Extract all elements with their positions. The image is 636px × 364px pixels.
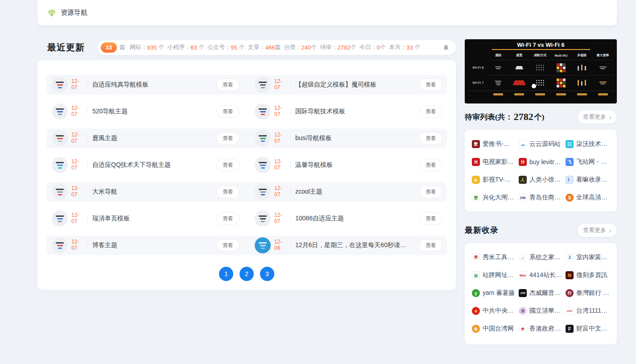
- site-link[interactable]: ZW 青岛住商…: [519, 189, 563, 207]
- site-link[interactable]: 飞 飞站网 - …: [566, 153, 610, 171]
- site-link[interactable]: 人 人类小徐…: [519, 171, 563, 189]
- site-link[interactable]: 口 柒沃技术…: [566, 135, 610, 153]
- site-link-label: 台湾1111…: [576, 307, 607, 315]
- site-link-label: 影视TV-…: [483, 176, 511, 184]
- chevron-right-icon: ›: [609, 227, 611, 234]
- latest-more-button[interactable]: 查看更多›: [578, 224, 617, 237]
- view-button[interactable]: 查看: [419, 79, 442, 91]
- site-link[interactable]: 台 中国台湾网: [472, 320, 516, 338]
- pending-more-button[interactable]: 查看更多›: [578, 111, 617, 124]
- count-badge: 33: [101, 42, 117, 53]
- list-item[interactable]: 12-07 瑞清单页模板 查看: [46, 209, 244, 228]
- item-title: 国际导航技术模板: [295, 108, 416, 116]
- divider: [87, 215, 88, 222]
- wifi-banner[interactable]: Wi-Fi 7 vs Wi-Fi 6 频段频宽调制方式Multi-RU多链路最大…: [465, 39, 617, 103]
- site-link[interactable]: ☁ 云云源码站: [519, 135, 563, 153]
- site-link[interactable]: 行 臺灣銀行 …: [566, 284, 610, 302]
- view-button[interactable]: 查看: [216, 239, 240, 252]
- page-button[interactable]: 2: [240, 267, 254, 281]
- view-button[interactable]: 查看: [216, 79, 240, 91]
- site-link-label: 爱推书-…: [483, 140, 510, 148]
- site-link[interactable]: JVR 杰威爾音…: [519, 284, 563, 302]
- site-link[interactable]: H 电视家影…: [472, 153, 516, 171]
- list-item[interactable]: 12-07 博客主题 查看: [46, 236, 244, 255]
- wifi-table-header: 频段频宽调制方式Multi-RU多链路最大速率: [468, 52, 613, 60]
- list-item[interactable]: 12-07 自适应QQ技术天下导航主题 查看: [46, 155, 244, 175]
- page-button[interactable]: 1: [219, 267, 233, 281]
- view-button[interactable]: 查看: [419, 186, 442, 198]
- badge-unit: 篇: [120, 43, 127, 51]
- site-favicon: 口: [566, 140, 574, 148]
- site-link[interactable]: y yam 蕃薯藤: [472, 284, 516, 302]
- list-item[interactable]: 12-07 10086自适应主题 查看: [249, 209, 447, 228]
- site-link[interactable]: 清 國立清華…: [519, 302, 563, 320]
- site-link-label: 國立清華…: [529, 307, 561, 315]
- site-link[interactable]: ★ 中共中央…: [472, 302, 516, 320]
- list-item[interactable]: 12-07 zcool主题 查看: [249, 182, 447, 202]
- divider: [290, 189, 291, 195]
- item-title: 温馨导航模板: [295, 161, 416, 169]
- list-row: 12-07 自适应QQ技术天下导航主题 查看 12-07 温馨导航模板 查看: [46, 155, 447, 175]
- view-button[interactable]: 查看: [216, 212, 240, 225]
- item-title: 10086自适应主题: [295, 215, 416, 223]
- view-button[interactable]: 查看: [216, 132, 240, 145]
- item-title: busi导航模板: [295, 134, 416, 142]
- site-link[interactable]: 》 看嘛收录…: [566, 171, 610, 189]
- list-item[interactable]: 12-06 12月6日，星期三，在这里每天60秒读… 查看: [249, 236, 447, 255]
- view-button[interactable]: 查看: [419, 239, 442, 252]
- item-title: zcool主题: [295, 188, 416, 196]
- list-item[interactable]: 12-07 自适应纯真导航模板 查看: [46, 75, 244, 95]
- list-item[interactable]: 12-07 大米导航 查看: [46, 182, 244, 202]
- site-thumbnail: [52, 211, 68, 227]
- item-date: 12-07: [274, 186, 286, 198]
- divider: [290, 215, 291, 222]
- view-button[interactable]: 查看: [419, 212, 442, 225]
- list-item[interactable]: 12-07 温馨导航模板 查看: [249, 155, 447, 175]
- stat-item: 待审：2782个: [320, 43, 359, 51]
- view-button[interactable]: 查看: [216, 186, 240, 198]
- site-link[interactable]: H buy levitr…: [519, 153, 563, 171]
- view-button[interactable]: 查看: [419, 132, 442, 145]
- site-link[interactable]: S 全球高清…: [566, 189, 610, 207]
- site-link[interactable]: 秀 秀米工具…: [472, 248, 516, 266]
- site-link[interactable]: 蟹 兴化大闸…: [472, 189, 516, 207]
- item-date: 12-07: [71, 132, 83, 145]
- site-link[interactable]: 1111 台湾1111…: [566, 302, 610, 320]
- view-button[interactable]: 查看: [419, 105, 442, 118]
- list-item[interactable]: 12-07 【超级自定义模板】魔司模板 查看: [249, 75, 447, 95]
- stat-item: 分类：240个: [284, 43, 320, 51]
- site-favicon: H: [519, 158, 527, 166]
- site-link[interactable]: F 财富中文…: [566, 320, 610, 338]
- page-button[interactable]: 3: [260, 267, 274, 281]
- list-item[interactable]: 12-07 国际导航技术模板 查看: [249, 102, 447, 121]
- site-link[interactable]: 3 室内家装…: [566, 248, 610, 266]
- site-link[interactable]: ▶ 影视TV-…: [472, 171, 516, 189]
- site-link-label: 系统之家…: [529, 253, 561, 261]
- bell-icon[interactable]: [442, 44, 450, 51]
- site-favicon: 》: [566, 176, 574, 184]
- site-link-label: 杰威爾音…: [529, 289, 561, 297]
- site-link[interactable]: M 微刻多資訊: [566, 266, 610, 284]
- list-item[interactable]: 12-07 busi导航模板 查看: [249, 128, 447, 148]
- site-link-label: 云云源码站: [529, 140, 561, 148]
- pending-list-card: 爱 爱推书-… ☁ 云云源码站 口 柒沃技术… H 电视家影… H buy le…: [465, 130, 617, 211]
- site-thumbnail: [52, 77, 68, 93]
- site-favicon: JVR: [519, 289, 527, 297]
- list-item[interactable]: 12-07 520导航主题 查看: [46, 102, 244, 121]
- wifi-row-2: Wi-Fi 7: [468, 75, 613, 90]
- site-favicon: 3: [566, 253, 574, 261]
- site-link[interactable]: 爱 爱推书-…: [472, 135, 516, 153]
- site-link[interactable]: ⌂ 系统之家…: [519, 248, 563, 266]
- site-link[interactable]: Ww 4414站长…: [519, 266, 563, 284]
- view-button[interactable]: 查看: [216, 105, 240, 118]
- site-link[interactable]: ✾ 香港政府…: [519, 320, 563, 338]
- stat-item: 网站：835 个: [130, 43, 168, 51]
- recent-rows: 12-07 自适应纯真导航模板 查看 12-07 【超级自定义模板】魔司模板 查…: [46, 75, 447, 255]
- site-thumbnail: [255, 237, 271, 253]
- list-row: 12-07 瑞清单页模板 查看 12-07 10086自适应主题 查看: [46, 209, 447, 228]
- view-button[interactable]: 查看: [419, 159, 442, 171]
- site-link[interactable]: ▦ 站牌网址…: [472, 266, 516, 284]
- view-button[interactable]: 查看: [216, 159, 240, 171]
- stat-item: 文章：466篇: [248, 43, 284, 51]
- list-item[interactable]: 12-07 鹿風主题 查看: [46, 128, 244, 148]
